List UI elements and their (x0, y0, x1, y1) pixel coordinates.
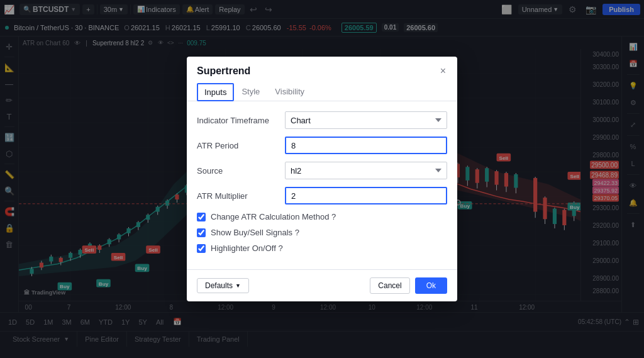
atr-multiplier-input[interactable] (285, 187, 447, 204)
dialog-footer: Defaults ▼ Cancel Ok (187, 269, 457, 301)
checkbox-row-1: Change ATR Calculation Method ? (197, 212, 447, 221)
dialog-tab-visibility[interactable]: Visibility (267, 83, 312, 101)
change-atr-checkbox[interactable] (197, 213, 206, 221)
show-signals-label: Show Buy/Sell Signals ? (211, 228, 299, 237)
form-label-atr-multiplier: ATR Multiplier (197, 191, 285, 201)
form-label-source: Source (197, 166, 285, 176)
form-control-atr-multiplier (285, 187, 447, 204)
form-label-atr-period: ATR Period (197, 141, 285, 150)
atr-period-input[interactable] (285, 137, 447, 154)
supertrend-dialog: Supertrend × Inputs Style Visibility Ind… (187, 57, 457, 301)
source-select[interactable]: open high low close hl2 hlc3 ohlc4 (285, 162, 447, 179)
form-row-timeframe: Indicator Timeframe Chart 1m 5m 15m 30m … (197, 111, 447, 129)
dialog-title: Supertrend (197, 65, 250, 77)
form-control-source: open high low close hl2 hlc3 ohlc4 (285, 162, 447, 179)
dialog-tab-style[interactable]: Style (234, 83, 267, 101)
highlighter-checkbox[interactable] (197, 244, 206, 253)
dialog-tab-inputs[interactable]: Inputs (197, 83, 234, 101)
footer-actions: Cancel Ok (370, 277, 447, 294)
change-atr-label: Change ATR Calculation Method ? (211, 212, 336, 221)
dialog-close-btn[interactable]: × (439, 64, 447, 78)
checkbox-row-3: Highlighter On/Off ? (197, 243, 447, 253)
defaults-btn[interactable]: Defaults ▼ (197, 278, 249, 293)
cancel-btn[interactable]: Cancel (370, 277, 409, 294)
dialog-tabs: Inputs Style Visibility (187, 78, 457, 101)
ok-btn[interactable]: Ok (415, 277, 447, 294)
checkbox-row-2: Show Buy/Sell Signals ? (197, 228, 447, 237)
form-row-atr-period: ATR Period (197, 137, 447, 154)
form-control-timeframe: Chart 1m 5m 15m 30m 1h 4h 1D (285, 111, 447, 129)
show-signals-checkbox[interactable] (197, 228, 206, 237)
highlighter-label: Highlighter On/Off ? (211, 243, 283, 253)
form-control-atr-period (285, 137, 447, 154)
dialog-body: Indicator Timeframe Chart 1m 5m 15m 30m … (187, 101, 457, 269)
dialog-overlay: Supertrend × Inputs Style Visibility Ind… (0, 0, 644, 358)
form-row-source: Source open high low close hl2 hlc3 ohlc… (197, 162, 447, 179)
timeframe-select[interactable]: Chart 1m 5m 15m 30m 1h 4h 1D (285, 111, 447, 129)
dialog-header: Supertrend × (187, 57, 457, 78)
form-label-timeframe: Indicator Timeframe (197, 116, 285, 125)
form-row-atr-multiplier: ATR Multiplier (197, 187, 447, 204)
